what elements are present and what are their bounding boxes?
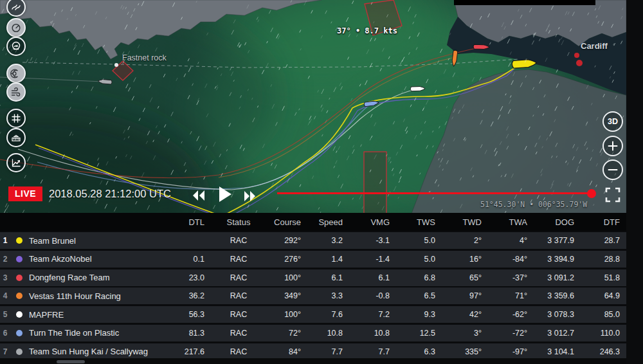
cell-twd: 97° [440, 291, 487, 300]
cell-twa: 4° [487, 236, 532, 245]
wind-icon-button[interactable] [6, 82, 26, 102]
team-color-dot [16, 275, 23, 281]
day-night-icon-button[interactable] [6, 64, 26, 83]
cell-twa: -37° [487, 273, 532, 282]
fast-forward-icon [244, 191, 256, 201]
day-night-icon [10, 68, 22, 79]
rank-label: 4 [0, 291, 10, 300]
cell-dog: 3 104.1 [532, 347, 579, 356]
cell-dog: 3 359.6 [532, 291, 579, 300]
cell-dog: 3 091.2 [532, 273, 579, 282]
south-exclusion-zone [364, 152, 386, 214]
table-row[interactable]: 3 Dongfeng Race Team 23.0 RAC 100° 6.1 6… [0, 269, 626, 286]
team-name: Vestas 11th Hour Racing [28, 291, 161, 301]
cell-vmg: -0.8 [348, 291, 395, 300]
cardiff-mark-large [576, 60, 583, 66]
cell-twa: -72° [487, 329, 532, 338]
cell-course: 100° [267, 273, 306, 282]
play-icon [218, 186, 232, 203]
cell-dtl: 36.2 [161, 291, 210, 300]
cell-course: 276° [267, 255, 306, 264]
team-color-cell [10, 311, 28, 318]
cell-status: RAC [210, 347, 267, 356]
cell-twd: 65° [440, 273, 487, 282]
grid-icon [10, 113, 22, 124]
zoom-in-button[interactable] [602, 136, 623, 156]
rewind-button[interactable] [192, 190, 205, 203]
cell-speed: 1.4 [306, 255, 348, 264]
team-color-dot [16, 256, 23, 262]
cell-twd: 16° [440, 255, 487, 264]
gauge-icon-button[interactable] [6, 18, 26, 37]
team-color-cell [10, 237, 28, 244]
column-header-speed: Speed [306, 217, 348, 227]
column-header-twa: TWA [487, 217, 532, 227]
cell-dtf: 246.3 [579, 347, 625, 356]
play-button[interactable] [218, 186, 232, 205]
ruler-icon-button[interactable] [6, 128, 26, 147]
fastnet-waypoint-dot [114, 63, 118, 67]
table-row[interactable]: 5 MAPFRE 56.3 RAC 100° 7.6 7.2 9.3 42° -… [0, 306, 626, 323]
timeline-knob[interactable] [587, 189, 596, 198]
table-row[interactable]: 1 Team Brunel RAC 292° 3.2 -3.1 5.0 2° 4… [0, 232, 626, 249]
helmsman-icon-button[interactable] [6, 37, 26, 56]
right-edge-panel [626, 0, 643, 364]
team-name: Team AkzoNobel [28, 254, 161, 264]
team-name: Team Sun Hung Kai / Scallywag [28, 347, 161, 356]
map-viewport[interactable]: Fastnet rock Cardiff 37° • 8.7 kts 51°45… [0, 0, 626, 214]
cell-dtf: 28.7 [579, 236, 625, 245]
wind-icon [10, 86, 22, 98]
rank-label: 3 [0, 273, 10, 282]
cell-dtf: 85.0 [579, 310, 625, 319]
cell-vmg: 6.1 [348, 273, 395, 282]
cell-dtf: 110.0 [579, 329, 625, 338]
column-header-status: Status [210, 217, 267, 227]
cell-dog: 3 012.7 [532, 329, 579, 338]
cell-tws: 5.0 [395, 255, 440, 264]
column-header-vmg: VMG [348, 217, 395, 227]
view-3d-button[interactable]: 3D [602, 111, 623, 132]
stats-icon-button[interactable] [6, 153, 26, 172]
team-color-cell [10, 349, 28, 355]
fullscreen-icon [604, 187, 621, 203]
cell-tws: 9.3 [395, 310, 440, 319]
team-color-cell [10, 256, 28, 262]
cell-vmg: 7.7 [348, 347, 395, 356]
cell-tws: 6.3 [395, 347, 440, 356]
cell-course: 100° [267, 310, 306, 319]
cell-speed: 7.7 [306, 347, 348, 356]
stats-icon [10, 157, 22, 168]
table-row[interactable]: 2 Team AkzoNobel 0.1 RAC 276° 1.4 -1.4 5… [0, 251, 626, 268]
team-color-cell [10, 330, 28, 336]
cell-speed: 6.1 [306, 273, 348, 282]
timeline-slider[interactable] [277, 192, 588, 194]
horizontal-scrollbar[interactable] [57, 360, 85, 363]
cell-twd: 335° [440, 347, 487, 356]
grid-icon-button[interactable] [6, 109, 26, 128]
fullscreen-button[interactable] [604, 187, 621, 205]
cell-twd: 42° [440, 310, 487, 319]
cell-vmg: 7.2 [348, 310, 395, 319]
rank-label: 1 [0, 236, 10, 245]
minus-icon [607, 164, 619, 176]
cell-status: RAC [210, 310, 267, 319]
table-row[interactable]: 4 Vestas 11th Hour Racing 36.2 RAC 349° … [0, 287, 626, 304]
cell-dtl: 23.0 [161, 273, 210, 282]
cell-status: RAC [210, 273, 267, 282]
cell-tws: 12.5 [395, 329, 440, 338]
team-color-dot [16, 311, 23, 318]
table-row[interactable]: 6 Turn The Tide on Plastic 81.3 RAC 72° … [0, 325, 626, 341]
cell-dtf: 28.8 [579, 255, 625, 264]
timeline-timestamp: 2018.05.28 21:12:00 UTC [49, 188, 171, 200]
zoom-out-button[interactable] [602, 159, 623, 180]
cell-vmg: 10.8 [348, 329, 395, 338]
live-badge[interactable]: LIVE [8, 187, 42, 201]
rewind-icon [192, 190, 205, 201]
column-header-dtf: DTF [579, 217, 625, 227]
column-header-twd: TWD [440, 217, 487, 227]
table-row[interactable]: 7 Team Sun Hung Kai / Scallywag 217.6 RA… [0, 343, 626, 360]
race-tracker-app: Fastnet rock Cardiff 37° • 8.7 kts 51°45… [0, 0, 643, 364]
fast-forward-button[interactable] [244, 191, 256, 203]
cell-dtl: 217.6 [161, 347, 210, 356]
rank-label: 7 [0, 347, 10, 356]
